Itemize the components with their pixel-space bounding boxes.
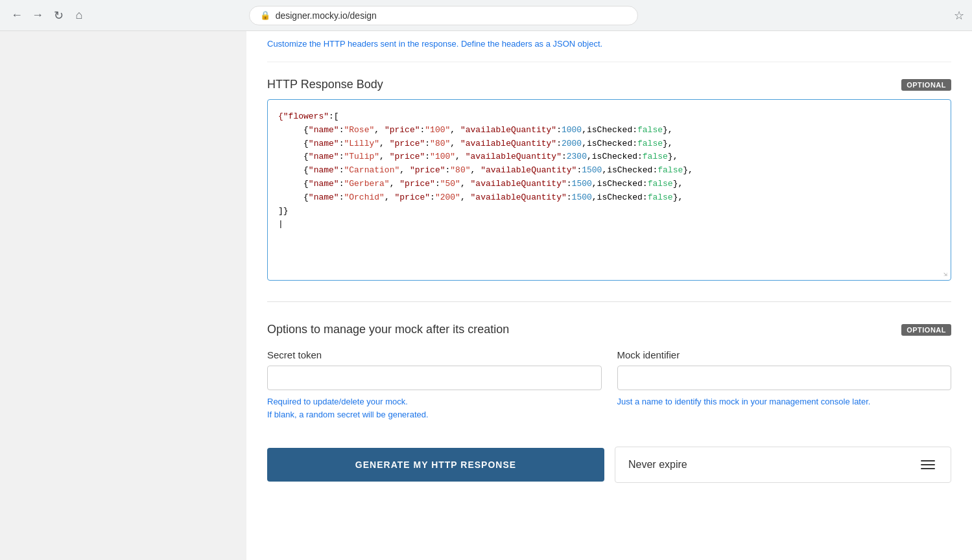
expire-section: Never expire bbox=[615, 447, 951, 483]
optional-badge: OPTIONAL bbox=[901, 79, 951, 91]
secret-token-group: Secret token Required to update/delete y… bbox=[267, 349, 602, 421]
home-button[interactable]: ⌂ bbox=[70, 6, 88, 25]
expire-text: Never expire bbox=[628, 459, 687, 471]
resize-handle[interactable]: ⇲ bbox=[942, 271, 949, 279]
secret-token-label: Secret token bbox=[267, 349, 602, 360]
code-editor[interactable]: {"flowers":[ {"name":"Rose", "price":"10… bbox=[267, 99, 951, 281]
page-wrapper: Customize the HTTP headers sent in the r… bbox=[0, 31, 972, 560]
url-text: designer.mocky.io/design bbox=[276, 10, 377, 21]
left-panel bbox=[0, 31, 246, 560]
bookmark-button[interactable]: ☆ bbox=[954, 8, 964, 23]
secret-token-input[interactable] bbox=[267, 366, 602, 390]
lock-icon: 🔒 bbox=[260, 10, 270, 20]
mock-identifier-label: Mock identifier bbox=[617, 349, 952, 360]
mock-identifier-help: Just a name to identify this mock in you… bbox=[617, 395, 952, 408]
options-section-header: Options to manage your mock after its cr… bbox=[267, 323, 951, 336]
options-section: Options to manage your mock after its cr… bbox=[267, 323, 951, 421]
browser-chrome: ← → ↻ ⌂ 🔒 designer.mocky.io/design ☆ bbox=[0, 0, 972, 31]
nav-buttons: ← → ↻ ⌂ bbox=[8, 6, 88, 25]
reload-button[interactable]: ↻ bbox=[49, 6, 67, 25]
mock-identifier-input[interactable] bbox=[617, 366, 952, 390]
http-body-section: HTTP Response Body OPTIONAL {"flowers":[… bbox=[267, 78, 951, 281]
address-bar[interactable]: 🔒 designer.mocky.io/design bbox=[249, 6, 638, 25]
form-grid: Secret token Required to update/delete y… bbox=[267, 349, 951, 421]
top-description: Customize the HTTP headers sent in the r… bbox=[267, 31, 951, 62]
hamburger-line-2 bbox=[921, 464, 935, 465]
main-content: Customize the HTTP headers sent in the r… bbox=[246, 31, 972, 560]
forward-button[interactable]: → bbox=[29, 6, 47, 25]
options-optional-badge: OPTIONAL bbox=[901, 324, 951, 336]
back-button[interactable]: ← bbox=[8, 6, 26, 25]
hamburger-menu-button[interactable] bbox=[918, 458, 938, 472]
mock-identifier-group: Mock identifier Just a name to identify … bbox=[617, 349, 952, 421]
generate-button[interactable]: GENERATE MY HTTP RESPONSE bbox=[267, 448, 604, 482]
options-section-title: Options to manage your mock after its cr… bbox=[267, 323, 509, 336]
section-divider bbox=[267, 301, 951, 302]
code-content: {"flowers":[ {"name":"Rose", "price":"10… bbox=[278, 110, 940, 231]
section-header: HTTP Response Body OPTIONAL bbox=[267, 78, 951, 91]
hamburger-line-3 bbox=[921, 468, 935, 469]
bottom-bar: GENERATE MY HTTP RESPONSE Never expire bbox=[267, 447, 951, 483]
secret-token-help: Required to update/delete your mock. If … bbox=[267, 395, 602, 421]
hamburger-line-1 bbox=[921, 460, 935, 461]
section-title: HTTP Response Body bbox=[267, 78, 383, 91]
